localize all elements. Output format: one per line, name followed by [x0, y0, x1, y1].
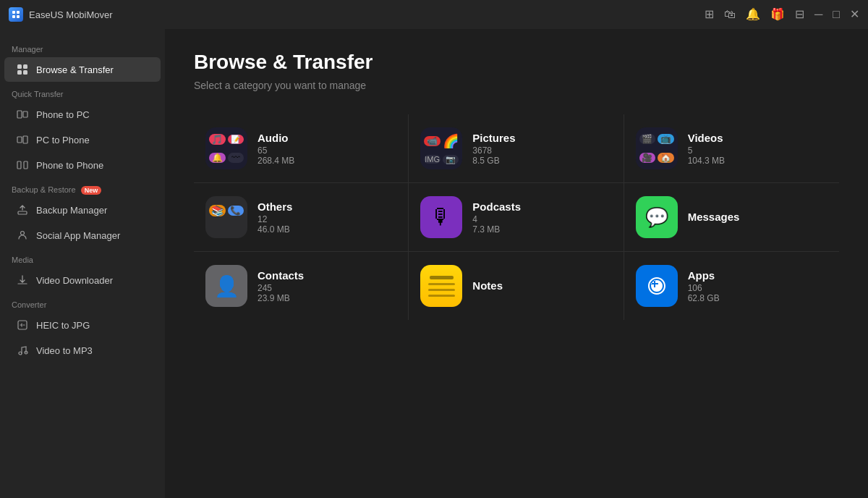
- category-card-audio[interactable]: 🎵 📝 🔔 〰 Audio 65 268.4 MB: [194, 114, 409, 183]
- backup-icon: [16, 203, 29, 216]
- svg-rect-2: [12, 15, 15, 18]
- svg-rect-9: [23, 111, 27, 117]
- videos-info: Videos 5 104.3 MB: [688, 132, 725, 166]
- podcasts-info: Podcasts 4 7.3 MB: [472, 201, 521, 235]
- content-area: Browse & Transfer Select a category you …: [165, 29, 868, 498]
- sidebar-item-label: Phone to PC: [36, 109, 90, 120]
- svg-point-15: [21, 232, 25, 235]
- svg-rect-11: [23, 136, 27, 143]
- app-icon: [9, 7, 23, 22]
- new-badge: New: [81, 186, 102, 195]
- podcasts-name: Podcasts: [472, 201, 521, 213]
- sidebar-item-backup-manager[interactable]: Backup Manager: [4, 198, 161, 222]
- svg-rect-0: [12, 11, 15, 14]
- notes-icon: [420, 265, 462, 307]
- sidebar-item-label: Video Downloader: [36, 275, 113, 286]
- sidebar-item-social-app-manager[interactable]: Social App Manager: [4, 223, 161, 248]
- pictures-size: 8.5 GB: [472, 156, 515, 166]
- phone-pc-icon: [16, 108, 29, 121]
- contacts-size: 23.9 MB: [258, 293, 304, 303]
- device-icon[interactable]: ⊞: [705, 9, 714, 20]
- svg-rect-4: [17, 64, 22, 69]
- others-size: 46.0 MB: [258, 224, 292, 235]
- messages-icon: 💬: [636, 196, 678, 238]
- sidebar-item-label: Phone to Phone: [36, 160, 103, 171]
- podcasts-icon: 🎙: [420, 196, 462, 238]
- section-media: Media: [0, 248, 165, 267]
- svg-rect-7: [23, 70, 27, 75]
- notes-info: Notes: [472, 279, 503, 293]
- category-card-notes[interactable]: Notes: [409, 252, 624, 320]
- sidebar-item-phone-to-pc[interactable]: Phone to PC: [4, 102, 161, 127]
- contacts-info: Contacts 245 23.9 MB: [258, 269, 304, 303]
- sidebar-item-video-to-mp3[interactable]: Video to MP3: [4, 338, 161, 363]
- audio-info: Audio 65 268.4 MB: [258, 132, 294, 166]
- sidebar-item-phone-to-phone[interactable]: Phone to Phone: [4, 153, 161, 177]
- apps-name: Apps: [688, 269, 720, 282]
- svg-rect-12: [17, 161, 21, 169]
- dropdown-icon[interactable]: ⊟: [795, 9, 804, 20]
- category-card-contacts[interactable]: 👤 Contacts 245 23.9 MB: [194, 252, 409, 320]
- minimize-button[interactable]: ─: [814, 9, 822, 20]
- sidebar: Manager Browse & Transfer Quick Transfer…: [0, 29, 165, 498]
- page-subtitle: Select a category you want to manage: [194, 80, 839, 91]
- heic-icon: [16, 318, 29, 332]
- sidebar-item-browse-transfer[interactable]: Browse & Transfer: [4, 57, 161, 82]
- bell-icon[interactable]: 🔔: [746, 9, 760, 20]
- audio-icon: 🎵 📝 🔔 〰: [205, 127, 247, 169]
- close-button[interactable]: ✕: [850, 9, 859, 20]
- contacts-name: Contacts: [258, 269, 304, 282]
- svg-rect-10: [17, 137, 22, 143]
- page-title: Browse & Transfer: [194, 51, 839, 74]
- category-card-videos[interactable]: 🎬 📺 🎥 🏠 Videos 5 104.3 MB: [624, 114, 839, 183]
- title-bar: EaseUS MobiMover ⊞ 🛍 🔔 🎁 ⊟ ─ □ ✕: [0, 0, 868, 29]
- messages-name: Messages: [688, 211, 740, 223]
- others-count: 12: [258, 214, 292, 224]
- podcasts-count: 4: [472, 214, 521, 224]
- social-icon: [16, 229, 29, 242]
- category-card-apps[interactable]: Apps 106 62.8 GB: [624, 252, 839, 320]
- video-dl-icon: [16, 274, 29, 287]
- others-name: Others: [258, 201, 292, 213]
- sidebar-item-label: Browse & Transfer: [36, 64, 114, 75]
- category-card-messages[interactable]: 💬 Messages: [624, 183, 839, 252]
- section-backup: Backup & Restore New: [0, 178, 165, 197]
- svg-rect-13: [24, 161, 27, 169]
- svg-rect-14: [18, 211, 27, 214]
- sidebar-item-label: Social App Manager: [36, 230, 120, 241]
- svg-rect-1: [17, 11, 20, 14]
- section-converter: Converter: [0, 293, 165, 312]
- svg-rect-3: [17, 15, 20, 18]
- apps-info: Apps 106 62.8 GB: [688, 269, 720, 303]
- bag-icon[interactable]: 🛍: [724, 9, 736, 20]
- main-layout: Manager Browse & Transfer Quick Transfer…: [0, 29, 868, 498]
- pictures-count: 3678: [472, 145, 515, 156]
- apps-size: 62.8 GB: [688, 293, 720, 303]
- videos-size: 104.3 MB: [688, 156, 725, 166]
- sidebar-item-label: PC to Phone: [36, 135, 90, 145]
- sidebar-item-label: Video to MP3: [36, 345, 93, 356]
- podcasts-size: 7.3 MB: [472, 224, 521, 235]
- maximize-button[interactable]: □: [833, 9, 840, 20]
- grid-icon: [16, 63, 29, 76]
- contacts-count: 245: [258, 283, 304, 293]
- category-card-pictures[interactable]: 📹 🌈 IMG 📷 Pictures 3678 8.5 GB: [409, 114, 624, 183]
- videos-count: 5: [688, 145, 725, 156]
- pictures-icon: 📹 🌈 IMG 📷: [420, 127, 462, 169]
- category-card-others[interactable]: 📚 📞 Others 12 46.0 MB: [194, 183, 409, 252]
- video-mp3-icon: [16, 344, 29, 357]
- audio-size: 268.4 MB: [258, 156, 294, 166]
- others-icon: 📚 📞: [205, 196, 247, 238]
- pictures-name: Pictures: [472, 132, 515, 144]
- apps-count: 106: [688, 283, 720, 293]
- videos-icon: 🎬 📺 🎥 🏠: [636, 127, 678, 169]
- sidebar-item-heic-to-jpg[interactable]: HEIC to JPG: [4, 313, 161, 337]
- gift-icon[interactable]: 🎁: [770, 9, 785, 20]
- svg-point-17: [19, 352, 22, 355]
- category-card-podcasts[interactable]: 🎙 Podcasts 4 7.3 MB: [409, 183, 624, 252]
- sidebar-item-pc-to-phone[interactable]: PC to Phone: [4, 127, 161, 152]
- sidebar-item-video-downloader[interactable]: Video Downloader: [4, 268, 161, 292]
- svg-rect-8: [17, 111, 22, 118]
- pc-phone-icon: [16, 133, 29, 146]
- messages-info: Messages: [688, 211, 740, 224]
